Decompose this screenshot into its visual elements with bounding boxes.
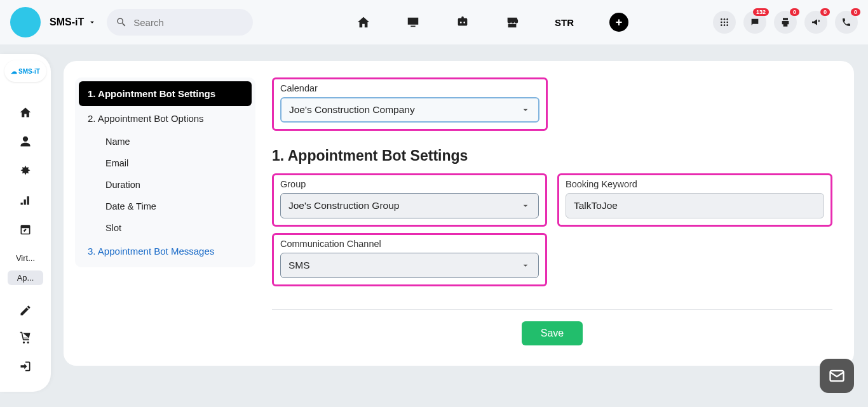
add-button[interactable]: + [609,13,628,32]
sidebar-home-icon[interactable] [19,106,32,119]
channel-highlight: Communication Channel SMS [272,233,547,286]
calendar-label: Calendar [280,83,539,93]
svg-point-4 [724,22,726,23]
settings-nav-panel: 1. Appointment Bot Settings 2. Appointme… [75,77,255,267]
svg-point-6 [721,24,722,26]
nav-item-bot-messages[interactable]: 3. Appointment Bot Messages [79,239,252,264]
print-badge: 0 [790,8,799,16]
nav-item-bot-settings[interactable]: 1. Appointment Bot Settings [79,81,252,106]
chat-icon [750,17,760,27]
group-value: Joe's Construction Group [288,200,399,211]
svg-point-3 [721,22,722,23]
form-area: Calendar Joe's Construction Company 1. A… [255,77,843,349]
store-icon[interactable] [505,15,519,29]
sidebar-label-virt[interactable]: Virt... [8,251,43,265]
str-nav[interactable]: STR [555,17,574,28]
sidebar-network-icon[interactable] [19,164,32,177]
home-icon[interactable] [356,15,370,29]
calendar-highlight: Calendar Joe's Construction Company [272,77,548,131]
svg-point-7 [724,24,726,26]
sidebar-logout-icon[interactable] [19,360,32,373]
monitor-icon[interactable] [406,15,420,29]
nav-sub-slot[interactable]: Slot [79,217,252,239]
mail-fab[interactable] [820,359,854,393]
mail-icon [828,367,846,385]
sidebar-user-icon[interactable] [19,135,32,148]
channel-value: SMS [288,260,310,271]
top-right-actions: 132 0 0 0 [713,11,858,34]
bullhorn-icon [811,17,821,27]
robot-icon[interactable] [456,15,470,29]
print-icon [780,17,790,27]
top-center-nav: STR + [272,13,713,32]
save-button[interactable]: Save [522,321,583,345]
logo-text: ☁SMS-iT [11,68,40,75]
section-title: 1. Appointment Bot Settings [272,147,832,164]
svg-point-0 [721,18,722,20]
main-card: 1. Appointment Bot Settings 2. Appointme… [64,61,854,366]
keyword-highlight: Booking Keyword TalkToJoe [557,173,832,227]
avatar[interactable] [10,7,41,37]
sidebar-edit-icon[interactable] [19,304,32,317]
group-select[interactable]: Joe's Construction Group [280,193,539,218]
phone-icon [841,17,851,27]
print-button[interactable]: 0 [774,11,797,34]
keyword-value: TalkToJoe [574,200,618,211]
announce-button[interactable]: 0 [804,11,827,34]
search-input[interactable] [133,17,244,28]
apps-button[interactable] [713,11,736,34]
chevron-down-icon [520,201,531,211]
chevron-down-icon [88,18,97,27]
nav-item-bot-options[interactable]: 2. Appointment Bot Options [79,106,252,131]
grid-icon [719,17,729,27]
divider [272,309,832,310]
brand-label: SMS-iT [50,17,84,28]
channel-select[interactable]: SMS [280,253,539,278]
brand-dropdown[interactable]: SMS-iT [50,17,97,28]
sidebar-label-app[interactable]: Ap... [8,270,43,285]
announce-badge: 0 [820,8,830,16]
top-bar: SMS-iT STR + 132 0 0 0 [0,0,868,44]
search-field[interactable] [107,9,253,36]
keyword-label: Booking Keyword [566,179,824,189]
nav-sub-datetime[interactable]: Date & Time [79,196,252,217]
svg-point-2 [726,18,728,20]
svg-point-1 [724,18,726,20]
nav-sub-name[interactable]: Name [79,131,252,152]
sidebar-calendar-icon[interactable] [19,223,32,236]
chat-badge: 132 [753,8,769,16]
keyword-input[interactable]: TalkToJoe [566,193,824,218]
channel-label: Communication Channel [280,239,539,249]
logo-badge[interactable]: ☁SMS-iT [4,60,46,82]
sidebar-cart-icon[interactable] [19,331,32,344]
nav-sub-email[interactable]: Email [79,152,252,174]
phone-button[interactable]: 0 [835,11,858,34]
svg-point-5 [726,22,728,23]
search-icon [116,17,127,28]
sidebar-steps-icon[interactable] [19,194,32,206]
chevron-down-icon [520,105,531,115]
group-label: Group [280,179,539,189]
chevron-down-icon [520,260,531,270]
calendar-value: Joe's Construction Company [289,104,415,116]
calendar-select[interactable]: Joe's Construction Company [280,97,539,123]
nav-sub-duration[interactable]: Duration [79,174,252,196]
phone-badge: 0 [851,8,860,16]
group-highlight: Group Joe's Construction Group [272,173,547,227]
left-sidebar: ☁SMS-iT Virt... Ap... [0,54,51,392]
svg-point-8 [726,24,728,26]
chat-button[interactable]: 132 [743,11,766,34]
